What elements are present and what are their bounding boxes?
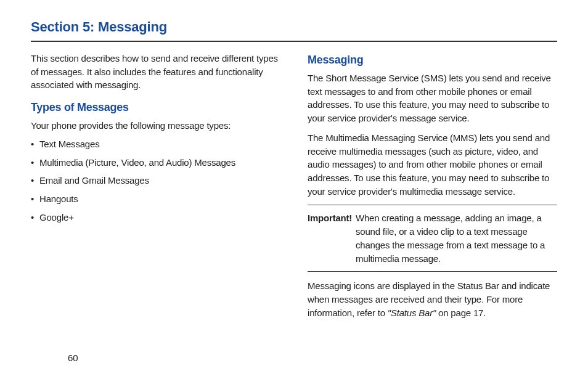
heading-messaging: Messaging xyxy=(308,52,557,68)
status-bar-reference: Messaging icons are displayed in the Sta… xyxy=(308,279,557,319)
list-item: Google+ xyxy=(31,211,280,224)
two-column-layout: This section describes how to send and r… xyxy=(31,52,557,326)
list-item: Hangouts xyxy=(31,192,280,206)
ref-italic: "Status Bar" xyxy=(388,308,436,318)
lead-in-text: Your phone provides the following messag… xyxy=(31,119,280,133)
mms-paragraph: The Multimedia Messaging Service (MMS) l… xyxy=(308,131,557,198)
heading-types-of-messages: Types of Messages xyxy=(31,99,280,115)
left-column: This section describes how to send and r… xyxy=(31,52,280,326)
important-label: Important! xyxy=(308,213,352,223)
list-item: Email and Gmail Messages xyxy=(31,174,280,187)
sms-paragraph: The Short Message Service (SMS) lets you… xyxy=(308,71,557,125)
ref-text-2: on page 17. xyxy=(436,308,486,318)
intro-paragraph: This section describes how to send and r… xyxy=(31,52,280,92)
page-number: 60 xyxy=(68,351,78,365)
section-title: Section 5: Messaging xyxy=(31,17,557,42)
list-item: Multimedia (Picture, Video, and Audio) M… xyxy=(31,156,280,169)
message-types-list: Text Messages Multimedia (Picture, Video… xyxy=(31,137,280,224)
important-note: Important! When creating a message, addi… xyxy=(308,205,557,272)
right-column: Messaging The Short Message Service (SMS… xyxy=(308,52,557,326)
list-item: Text Messages xyxy=(31,137,280,151)
